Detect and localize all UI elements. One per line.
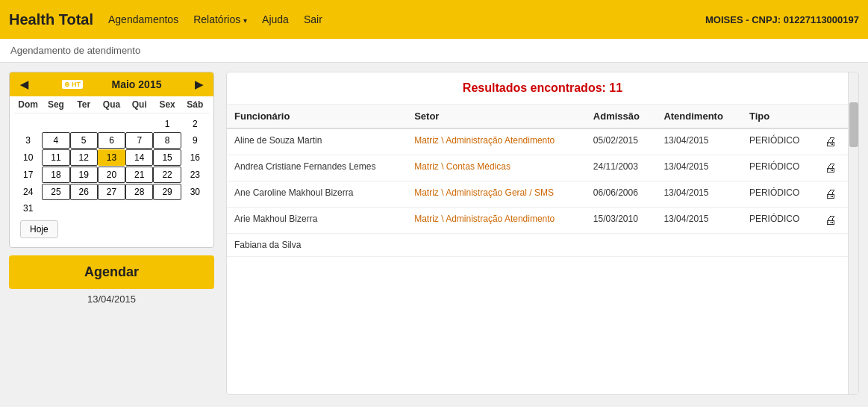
cal-day-9[interactable]: 9 <box>181 132 209 149</box>
cal-day-29[interactable]: 29 <box>153 184 181 200</box>
cal-day-21[interactable]: 21 <box>125 167 153 183</box>
results-table: Funcionário Setor Admissão Atendimento T… <box>227 105 848 257</box>
setor-link[interactable]: Matriz \ Administração Geral / SMS <box>414 187 554 198</box>
cal-day-1[interactable]: 1 <box>153 116 181 131</box>
cal-day-19[interactable]: 19 <box>70 167 98 183</box>
calendar-grid: Dom Seg Ter Qua Qui Sex Sáb 1 2 <box>10 96 213 247</box>
cell-setor: Matriz \ Administração Geral / SMS <box>407 181 586 208</box>
cal-day-23[interactable]: 23 <box>181 167 209 183</box>
cell-funcionario: Andrea Cristiane Fernandes Lemes <box>227 155 407 181</box>
cal-day-27[interactable]: 27 <box>98 184 125 200</box>
cell-atendimento <box>656 234 742 257</box>
scroll-thumb <box>849 102 858 147</box>
cal-day-6[interactable]: 6 <box>98 132 125 149</box>
cal-day-12[interactable]: 12 <box>70 149 98 166</box>
cal-day-5[interactable]: 5 <box>70 132 98 149</box>
navbar: Health Total Agendamentos Relatórios ▾ A… <box>0 0 868 39</box>
cal-day-4[interactable]: 4 <box>42 132 69 149</box>
cal-empty <box>70 116 98 131</box>
scrollbar[interactable] <box>848 72 858 394</box>
cal-day-26[interactable]: 26 <box>70 184 98 200</box>
print-icon[interactable]: 🖨 <box>825 214 837 226</box>
right-panel: Resultados encontrados: 11 Funcionário S… <box>226 72 859 395</box>
nav-relatorios[interactable]: Relatórios ▾ <box>193 13 247 25</box>
cell-funcionario: Fabiana da Silva <box>227 234 407 257</box>
cal-day-7[interactable]: 7 <box>125 132 153 149</box>
cal-day-22[interactable]: 22 <box>153 167 181 183</box>
cal-day-18[interactable]: 18 <box>42 167 69 183</box>
calendar-month-year: Maio 2015 <box>112 78 162 90</box>
print-icon[interactable]: 🖨 <box>825 187 837 200</box>
cell-admissao: 15/03/2010 <box>586 208 657 234</box>
setor-link[interactable]: Matriz \ Administração Atendimento <box>414 214 555 224</box>
cal-prev-button[interactable]: ◀ <box>16 77 33 92</box>
cal-day-16[interactable]: 16 <box>181 149 209 166</box>
cal-day-30[interactable]: 30 <box>181 184 209 200</box>
user-info: MOISES - CNPJ: 01227113000197 <box>705 14 859 25</box>
cal-day-15[interactable]: 15 <box>153 149 181 166</box>
left-panel: ◀ ⊕ HT Maio 2015 ▶ Dom Seg Ter Qua Qui S… <box>9 72 214 395</box>
cell-tipo: PERIÓDICO <box>742 128 817 155</box>
brand-title: Health Total <box>9 11 93 28</box>
cal-day-13[interactable]: 13 <box>98 149 125 166</box>
today-button[interactable]: Hoje <box>20 220 58 238</box>
cal-day-17[interactable]: 17 <box>14 167 42 183</box>
cal-empty <box>42 201 69 216</box>
cal-day-25[interactable]: 25 <box>42 184 69 200</box>
cal-logo: ⊕ HT <box>62 80 84 89</box>
col-actions <box>817 105 849 128</box>
cal-empty <box>98 116 125 131</box>
calendar: ◀ ⊕ HT Maio 2015 ▶ Dom Seg Ter Qua Qui S… <box>9 72 214 248</box>
weekday-qua: Qua <box>98 99 125 110</box>
cal-empty <box>181 201 209 216</box>
cal-day-8[interactable]: 8 <box>153 132 181 149</box>
nav-ajuda[interactable]: Ajuda <box>262 13 289 25</box>
cell-tipo: PERIÓDICO <box>742 155 817 181</box>
cal-day-3[interactable]: 3 <box>14 132 42 149</box>
cell-print: 🖨 <box>817 155 849 181</box>
col-atendimento: Atendimento <box>656 105 742 128</box>
cal-day-2[interactable]: 2 <box>181 116 209 131</box>
weekday-sex: Sex <box>153 99 181 110</box>
calendar-days: 1 2 3 4 5 6 7 8 9 10 11 12 13 14 15 <box>14 116 209 216</box>
cell-admissao: 24/11/2003 <box>586 155 657 181</box>
print-icon[interactable]: 🖨 <box>825 161 837 174</box>
weekday-seg: Seg <box>42 99 69 110</box>
nav-agendamentos[interactable]: Agendamentos <box>108 13 178 25</box>
setor-link[interactable]: Matriz \ Administração Atendimento <box>414 135 555 146</box>
cell-tipo: PERIÓDICO <box>742 208 817 234</box>
cell-atendimento: 13/04/2015 <box>656 208 742 234</box>
cal-empty <box>153 201 181 216</box>
calendar-weekdays: Dom Seg Ter Qua Qui Sex Sáb <box>14 99 209 114</box>
col-setor: Setor <box>407 105 586 128</box>
cal-day-28[interactable]: 28 <box>125 184 153 200</box>
setor-link[interactable]: Matriz \ Contas Médicas <box>414 161 511 172</box>
breadcrumb: Agendamento de atendimento <box>0 39 868 63</box>
cell-admissao <box>586 234 657 257</box>
agendar-button[interactable]: Agendar <box>9 255 214 289</box>
table-row: Fabiana da Silva <box>227 234 848 257</box>
cal-day-20[interactable]: 20 <box>98 167 125 183</box>
table-header-row: Funcionário Setor Admissão Atendimento T… <box>227 105 848 128</box>
cell-print: 🖨 <box>817 181 849 208</box>
cal-day-10[interactable]: 10 <box>14 149 42 166</box>
cal-empty <box>125 201 153 216</box>
cal-day-24[interactable]: 24 <box>14 184 42 200</box>
cell-funcionario: Arie Makhoul Bizerra <box>227 208 407 234</box>
results-header: Resultados encontrados: 11 <box>227 72 858 105</box>
cell-print <box>817 234 849 257</box>
table-row: Ane Caroline Makhoul Bizerra Matriz \ Ad… <box>227 181 848 208</box>
cal-day-14[interactable]: 14 <box>125 149 153 166</box>
print-icon[interactable]: 🖨 <box>825 135 837 148</box>
nav-sair[interactable]: Sair <box>304 13 322 25</box>
cell-setor: Matriz \ Administração Atendimento <box>407 208 586 234</box>
cal-empty <box>125 116 153 131</box>
cal-day-11[interactable]: 11 <box>42 149 69 166</box>
weekday-ter: Ter <box>70 99 98 110</box>
cal-day-31[interactable]: 31 <box>14 201 42 216</box>
col-admissao: Admissão <box>586 105 657 128</box>
cal-next-button[interactable]: ▶ <box>190 77 207 92</box>
cell-setor <box>407 234 586 257</box>
relatorios-arrow: ▾ <box>243 16 247 25</box>
cell-setor: Matriz \ Administração Atendimento <box>407 128 586 155</box>
